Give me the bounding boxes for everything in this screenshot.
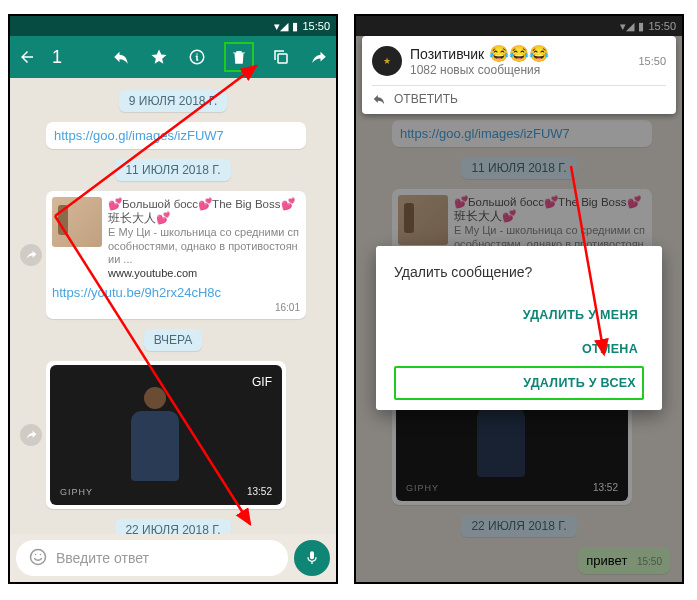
forward-badge-icon[interactable] xyxy=(20,424,42,446)
mic-button[interactable] xyxy=(294,540,330,576)
message-time: 16:01 xyxy=(52,302,300,313)
date-separator: 9 ИЮЛЯ 2018 Г. xyxy=(119,90,228,112)
input-placeholder: Введите ответ xyxy=(56,550,149,566)
link-text[interactable]: https://goo.gl/images/izFUW7 xyxy=(54,128,224,143)
notification-reply-button[interactable]: ОТВЕТИТЬ xyxy=(372,85,666,106)
reply-icon[interactable] xyxy=(110,46,132,68)
message-time: 13:52 xyxy=(247,486,272,497)
dialog-title: Удалить сообщение? xyxy=(394,264,644,280)
svg-point-2 xyxy=(31,549,46,564)
notification-avatar: ★ xyxy=(372,46,402,76)
message-preview-card[interactable]: 💕Большой босс💕The Big Boss💕班长大人💕 Е Му Ци… xyxy=(46,191,306,319)
reply-label: ОТВЕТИТЬ xyxy=(394,92,458,106)
gif-label: GIF xyxy=(252,375,272,389)
gif-image[interactable]: GIF GIPHY 13:52 xyxy=(50,365,282,505)
svg-rect-1 xyxy=(278,54,287,63)
status-time: 15:50 xyxy=(302,20,330,32)
notification-title: Позитивчик xyxy=(410,46,484,62)
preview-thumbnail xyxy=(52,197,102,247)
emoji-icon[interactable] xyxy=(28,547,48,570)
star-icon[interactable] xyxy=(148,46,170,68)
delete-highlight-box xyxy=(224,42,254,72)
notification-emoji: 😂😂😂 xyxy=(489,45,549,62)
forward-icon[interactable] xyxy=(308,46,330,68)
gif-brand: GIPHY xyxy=(60,487,93,497)
delete-for-everyone-button[interactable]: УДАЛИТЬ У ВСЕХ xyxy=(394,366,644,400)
date-separator: 11 ИЮЛЯ 2018 Г. xyxy=(115,159,230,181)
preview-site: www.youtube.com xyxy=(108,267,300,281)
trash-icon[interactable] xyxy=(228,46,250,68)
preview-title: 💕Большой босс💕The Big Boss💕班长大人💕 xyxy=(108,197,300,226)
message-gif[interactable]: GIF GIPHY 13:52 xyxy=(46,361,286,509)
message-link[interactable]: https://goo.gl/images/izFUW7 xyxy=(46,122,306,149)
message-input[interactable]: Введите ответ xyxy=(16,540,288,576)
left-screenshot: ▾◢ ▮ 15:50 1 xyxy=(8,14,338,584)
signal-icon: ▾◢ xyxy=(274,20,288,33)
date-separator: ВЧЕРА xyxy=(144,329,203,351)
battery-icon: ▮ xyxy=(292,20,298,33)
delete-for-me-button[interactable]: УДАЛИТЬ У МЕНЯ xyxy=(394,298,644,332)
chat-area[interactable]: 9 ИЮЛЯ 2018 Г. https://goo.gl/images/izF… xyxy=(10,78,336,534)
info-icon[interactable] xyxy=(186,46,208,68)
notification-time: 15:50 xyxy=(638,55,666,67)
preview-description: Е Му Ци - школьница со средними способно… xyxy=(108,226,300,267)
delete-dialog: Удалить сообщение? УДАЛИТЬ У МЕНЯ ОТМЕНА… xyxy=(376,246,662,410)
forward-badge-icon[interactable] xyxy=(20,244,42,266)
notification-subtitle: 1082 новых сообщения xyxy=(410,63,549,77)
notification-card[interactable]: ★ Позитивчик 😂😂😂 1082 новых сообщения 15… xyxy=(362,36,676,114)
selection-count: 1 xyxy=(52,47,100,68)
status-bar: ▾◢ ▮ 15:50 xyxy=(10,16,336,36)
link-text[interactable]: https://youtu.be/9h2rx24cH8c xyxy=(52,285,300,300)
right-screenshot: ▾◢ ▮ 15:50 https://goo.gl/images/izFUW7 … xyxy=(354,14,684,584)
copy-icon[interactable] xyxy=(270,46,292,68)
back-icon[interactable] xyxy=(16,46,38,68)
selection-action-bar: 1 xyxy=(10,36,336,78)
date-separator: 22 ИЮЛЯ 2018 Г. xyxy=(115,519,230,534)
cancel-button[interactable]: ОТМЕНА xyxy=(394,332,644,366)
message-composer: Введите ответ xyxy=(10,534,336,582)
